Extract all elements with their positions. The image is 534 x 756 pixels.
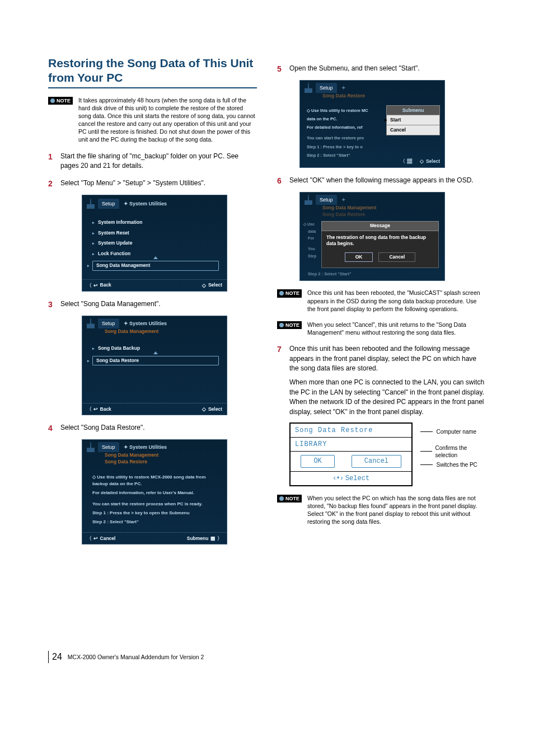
osd-cancel-button: Cancel [378,252,415,262]
osd-tab-row: Setup ✦ System Utilities [82,195,227,210]
step-1: 1 Start the file sharing of "mc_backup" … [48,152,257,171]
step-7-text: Once this unit has been rebooted and the… [289,344,486,373]
osd-title: ✦ System Utilities [124,444,167,450]
osd-subtitle: Song Data Management [105,452,158,458]
music-note-icon [87,199,95,209]
osd-msg-box: The restration of song data from the bac… [321,231,439,269]
osd-menu-item: System Information [92,219,219,226]
osd-msg-content: ◇ Use data For You Step Message The rest… [300,219,444,271]
fp-select-hint: Select [290,472,412,486]
osd-title: ✦ [341,196,346,203]
osd-menu-item: System Reset [92,230,219,236]
osd-menu-list: System Information System Reset System U… [82,210,227,279]
note-no-backup: NOTE When you select the PC on which has… [277,494,486,526]
section-heading: Restoring the Song Data of This Unit fro… [48,56,257,88]
osd-title: ✦ System Utilities [124,320,167,327]
step-5-text: Open the Submenu, and then select "Start… [289,64,486,73]
osd-desc-line: You can start the restore pro [307,135,384,141]
two-column-layout: Restoring the Song Data of This Unit fro… [48,56,486,550]
osd-footer: 〈 ↩Back ◇Select [82,403,227,415]
step-6: 6 Select "OK" when the following message… [277,176,486,186]
osd-select-hint: ◇Select [202,282,222,289]
osd-desc-line: ◇ Use this utility to restore MC [307,107,384,114]
osd-message-dialog: Setup ✦ Song Data Management Song Data R… [299,192,445,281]
right-column: 5 Open the Submenu, and then select "Sta… [277,56,486,550]
fp-button-row: OK Cancel [290,452,412,471]
osd-footer: 〈 ↩Cancel Submenu ▦ 〉 [82,532,227,544]
fp-label-switch: Switches the PC [420,461,486,468]
step-1-text: Start the file sharing of "mc_backup" fo… [60,152,257,171]
music-note-icon [87,442,95,452]
note-intro-text: It takes approximately 48 hours (when th… [78,96,257,144]
osd-desc-line: ◇ Use this utility to restore MCX-2000 s… [92,474,219,487]
music-note-icon [87,318,95,328]
osd-song-data-restore: Setup ✦ System Utilities Song Data Manag… [82,439,227,544]
osd-subtitle-2: Song Data Restore [105,459,147,465]
osd-submenu-item: Start [386,115,440,125]
note-after-reboot-text: Once this unit has been rebooted, the "M… [307,289,486,313]
step-3: 3 Select "Song Data Management". [48,299,257,310]
osd-submenu-popup: Submenu Start Cancel 〈 ▦ ◇Select [386,105,440,166]
osd-msg-text: The restration of song data from the bac… [326,234,434,247]
osd-tab-row: Setup ✦ System Utilities Song Data Manag… [82,440,227,466]
osd-tab-setup: Setup [98,318,119,328]
osd-menu-item-selected: Song Data Management [92,261,219,270]
step-number: 1 [48,152,55,162]
front-panel-lcd: Song Data Restore LIBRARY OK Cancel Sele… [289,422,413,486]
osd-desc-line: Step 1 : Press the > key to o [307,144,384,150]
osd-side-text: ◇ Use data For You Step [303,221,319,268]
osd-desc-line: Step 2 : Select "Start" [92,519,219,525]
osd-menu-item-selected: Song Data Restore [92,356,219,365]
osd-desc-line: You can start the restore process when P… [92,501,219,508]
osd-description: ◇ Use this utility to restore MCX-2000 s… [82,466,227,532]
note-badge: NOTE [277,289,302,297]
page-number: 24 [52,651,62,663]
osd-footer-step: Step 2 : Select "Start" [300,271,444,280]
step-number: 5 [277,64,284,74]
fp-title: Song Data Restore [290,423,412,438]
osd-ok-button: OK [345,252,373,262]
music-note-icon [305,195,312,205]
note-badge: NOTE [48,97,73,105]
osd-footer: 〈 ↩Back ◇Select [82,279,227,291]
step-number: 4 [48,423,55,434]
osd-desc-line: For detailed information, ref [307,124,384,130]
osd-title: ✦ System Utilities [124,200,167,207]
osd-subtitle: Song Data Restore [322,93,365,99]
step-6-text: Select "OK" when the following message a… [289,176,486,185]
music-note-icon [305,83,312,93]
fp-cancel-button: Cancel [352,455,401,467]
osd-subtitle-2: Song Data Restore [322,212,365,218]
step-3-text: Select "Song Data Management". [60,299,257,309]
osd-desc-line: For detailed information, refer to User'… [92,490,219,496]
fp-pc-name: LIBRARY [290,438,412,452]
osd-tab-setup: Setup [98,442,119,452]
note-no-backup-text: When you select the PC on which has the … [307,494,486,526]
osd-submenu-content: ◇ Use this utility to restore MC data on… [300,101,444,168]
step-2: 2 Select "Top Menu" > "Setup" > "System … [48,179,257,189]
note-badge: NOTE [277,495,302,503]
osd-subtitle: Song Data Management [322,205,376,211]
osd-menu-item: System Update [92,240,219,246]
osd-submenu: Setup ✦ Song Data Restore ◇ Use this uti… [299,80,445,168]
osd-desc-line: Step 2 : Select "Start" [307,152,384,158]
osd-tab-row: Setup ✦ System Utilities Song Data Manag… [82,316,227,336]
step-number: 3 [48,299,55,310]
step-7: 7 Once this unit has been rebooted and t… [277,344,486,373]
fp-callout-labels: Computer name Confirms the selection Swi… [420,425,486,477]
osd-msg-header: Message [321,221,439,231]
osd-system-utilities: Setup ✦ System Utilities System Informat… [82,195,227,291]
fp-label-computer: Computer name [420,428,486,435]
page-footer: 24 MCX-2000 Owner's Manual Addendum for … [48,651,486,663]
osd-title: ✦ [341,84,346,91]
step-number: 2 [48,179,55,189]
osd-tab-row: Setup ✦ Song Data Management Song Data R… [300,192,444,219]
step-7-sub: When more than one PC is connected to th… [289,378,486,417]
osd-tab-row: Setup ✦ Song Data Restore [300,81,444,101]
osd-desc-line: data on the PC. [307,116,384,122]
osd-menu-list: Song Data Backup Song Data Restore [82,336,227,403]
osd-select-hint: ◇Select [202,406,222,412]
step-4-text: Select "Song Data Restore". [60,423,257,433]
osd-submenu-header: Submenu [386,105,440,116]
osd-msg-buttons: OK Cancel [326,252,434,262]
